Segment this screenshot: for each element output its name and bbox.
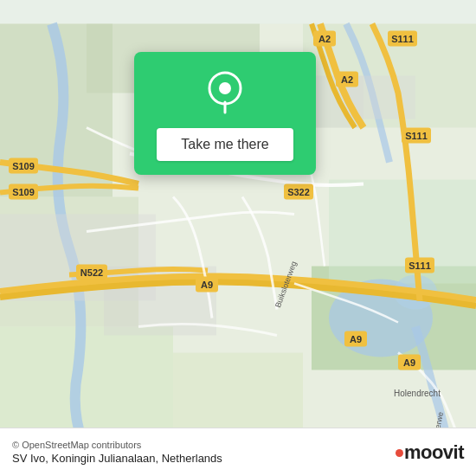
svg-text:A2: A2 — [318, 34, 331, 44]
svg-text:A9: A9 — [350, 334, 362, 344]
svg-rect-4 — [329, 180, 476, 284]
svg-point-43 — [219, 82, 231, 94]
svg-text:S111: S111 — [405, 131, 428, 141]
svg-text:S109: S109 — [12, 187, 35, 197]
svg-text:A9: A9 — [403, 357, 415, 368]
copyright-text: © OpenStreetMap contributors — [12, 440, 222, 450]
map-pin-icon — [203, 71, 248, 116]
location-label: SV Ivo, Koningin Julianalaan, Netherland… — [12, 452, 222, 465]
bottom-bar-info: © OpenStreetMap contributors SV Ivo, Kon… — [12, 440, 222, 465]
svg-text:Holendrecht: Holendrecht — [394, 389, 441, 398]
location-card: Take me there — [134, 52, 316, 175]
moovit-dot — [396, 449, 403, 457]
bottom-bar: © OpenStreetMap contributors SV Ivo, Kon… — [0, 428, 476, 476]
svg-text:A9: A9 — [201, 280, 213, 290]
svg-text:A2: A2 — [341, 74, 353, 85]
moovit-logo: moovit — [396, 441, 464, 464]
svg-text:S111: S111 — [408, 261, 431, 271]
take-me-there-button[interactable]: Take me there — [157, 128, 293, 161]
map-container: A2 A2 S111 S111 S111 S322 S109 S109 N522… — [0, 0, 476, 476]
svg-text:N522: N522 — [80, 267, 103, 278]
svg-text:S322: S322 — [287, 187, 310, 197]
svg-text:S111: S111 — [391, 34, 414, 44]
moovit-brand-text: moovit — [396, 441, 464, 464]
svg-text:S109: S109 — [12, 161, 35, 171]
